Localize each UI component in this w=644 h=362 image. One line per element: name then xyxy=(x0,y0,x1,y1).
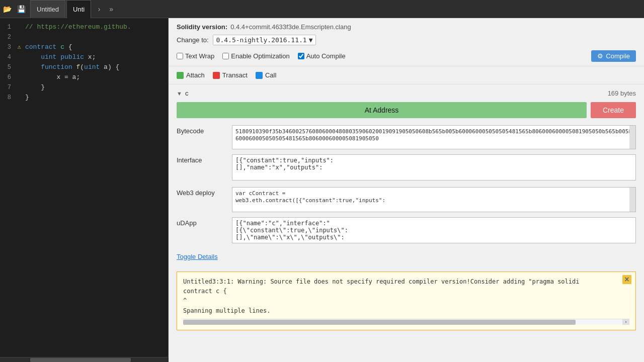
bytecode-value: 5180910390f35b34600257608060004808035906… xyxy=(232,125,636,149)
transact-dot xyxy=(213,72,220,79)
web3-value-wrap: var cContract =web3.eth.contract([{"cons… xyxy=(232,187,636,212)
code-line-2: 2 xyxy=(0,32,168,42)
solidity-version-row: Solidity version: 0.4.4+commit.4633f3de.… xyxy=(177,23,636,31)
version-dropdown-icon: ▼ xyxy=(309,36,313,44)
text-wrap-label: Text Wrap xyxy=(185,52,214,60)
warning-scroll-right[interactable]: › xyxy=(622,319,629,325)
text-wrap-option[interactable]: Text Wrap xyxy=(177,52,214,60)
right-panel: Solidity version: 0.4.4+commit.4633f3de.… xyxy=(169,18,644,362)
open-file-icon[interactable]: 📂 xyxy=(2,4,12,14)
interface-label: Interface xyxy=(177,154,227,164)
editor-scrollbar-thumb xyxy=(30,358,131,362)
version-select[interactable]: 0.4.5-nightly.2016.11.1 ▼ xyxy=(213,35,316,45)
legend-attach: Attach xyxy=(177,71,205,79)
udapp-value-wrap: [{"name":"c","interface":" [{\"constant\… xyxy=(232,217,636,245)
auto-compile-option[interactable]: Auto Compile xyxy=(298,52,346,60)
tab-untitled[interactable]: Untitled xyxy=(30,0,65,18)
web3-scrollbar[interactable] xyxy=(629,188,635,212)
code-line-6: 6 x = a; xyxy=(0,72,168,82)
enable-optimization-option[interactable]: Enable Optimization xyxy=(222,52,289,60)
contract-section: ▼ c 169 bytes At Address Create Bytecode… xyxy=(169,84,644,265)
warning-close-button[interactable]: × xyxy=(622,275,631,284)
create-button[interactable]: Create xyxy=(591,102,636,118)
text-wrap-checkbox[interactable] xyxy=(177,53,183,59)
interface-value-wrap: [{"constant":true,"inputs": [],"name":"x… xyxy=(232,154,636,182)
attach-dot xyxy=(177,72,184,79)
version-select-value: 0.4.5-nightly.2016.11.1 xyxy=(216,36,307,44)
tab-unti[interactable]: Unti xyxy=(66,0,91,18)
udapp-label: uDApp xyxy=(177,217,227,227)
save-file-icon[interactable]: 💾 xyxy=(16,4,26,14)
web3-value: var cContract =web3.eth.contract([{"cons… xyxy=(232,187,636,212)
solidity-version-label: Solidity version: xyxy=(177,23,227,31)
tab-untitled-label: Untitled xyxy=(37,6,59,13)
gear-icon: ⚙ xyxy=(597,52,603,60)
action-buttons: At Address Create xyxy=(177,102,636,118)
code-editor[interactable]: 1 // https://ethereum.github. 2 3 ⚠ cont… xyxy=(0,18,169,357)
toggle-details-link[interactable]: Toggle Details xyxy=(177,253,218,260)
bytes-label: 169 bytes xyxy=(608,89,636,97)
editor-bottom-scrollbar[interactable] xyxy=(0,357,169,362)
contract-name-label: c xyxy=(185,89,189,97)
web3-row: Web3 deploy var cContract =web3.eth.cont… xyxy=(177,187,636,212)
auto-compile-label: Auto Compile xyxy=(306,52,346,60)
attach-label: Attach xyxy=(186,71,205,79)
code-line-4: 4 uint public x; xyxy=(0,52,168,62)
contract-triangle-icon: ▼ xyxy=(177,90,182,97)
legend-row: Attach Transact Call xyxy=(169,66,644,84)
code-line-1: 1 // https://ethereum.github. xyxy=(0,22,168,32)
interface-textarea[interactable]: [{"constant":true,"inputs": [],"name":"x… xyxy=(232,154,636,180)
bytecode-row: Bytecode 5180910390f35b34600257608060004… xyxy=(177,125,636,149)
udapp-textarea[interactable]: [{"name":"c","interface":" [{\"constant\… xyxy=(232,217,636,243)
legend-call: Call xyxy=(256,71,276,79)
editor-icons: 📂 💾 xyxy=(2,4,26,14)
warning-scrollbar-thumb[interactable] xyxy=(183,320,576,325)
bytecode-label: Bytecode xyxy=(177,125,227,135)
solidity-version-value: 0.4.4+commit.4633f3de.Emscripten.clang xyxy=(230,23,351,31)
compile-button-label: Compile xyxy=(606,52,630,60)
code-line-7: 7 } xyxy=(0,82,168,93)
auto-compile-checkbox[interactable] xyxy=(298,53,304,59)
tab-forward-btn[interactable]: › xyxy=(94,4,104,14)
compile-options-row: Text Wrap Enable Optimization Auto Compi… xyxy=(177,50,636,62)
call-label: Call xyxy=(265,71,276,79)
contract-name: ▼ c xyxy=(177,89,188,97)
code-line-5: 5 function f(uint a) { xyxy=(0,62,168,72)
line-3-warning-icon: ⚠ xyxy=(17,42,21,52)
bytecode-scrollbar[interactable] xyxy=(629,126,635,149)
warning-text: Untitled3:3:1: Warning: Source file does… xyxy=(183,277,629,316)
change-to-label: Change to: xyxy=(177,36,209,44)
web3-label: Web3 deploy xyxy=(177,187,227,197)
tab-unti-label: Unti xyxy=(73,6,85,13)
transact-label: Transact xyxy=(222,71,248,79)
main-area: 1 // https://ethereum.github. 2 3 ⚠ cont… xyxy=(0,18,644,362)
code-line-8: 8 } xyxy=(0,93,168,103)
interface-row: Interface [{"constant":true,"inputs": []… xyxy=(177,154,636,182)
enable-optimization-label: Enable Optimization xyxy=(231,52,289,60)
compile-button[interactable]: ⚙ Compile xyxy=(591,50,636,62)
udapp-row: uDApp [{"name":"c","interface":" [{\"con… xyxy=(177,217,636,245)
at-address-button[interactable]: At Address xyxy=(177,102,587,118)
warning-scrollbar: › xyxy=(183,319,629,325)
panel-top: Solidity version: 0.4.4+commit.4633f3de.… xyxy=(169,18,644,66)
call-dot xyxy=(256,72,263,79)
editor-wrapper: 1 // https://ethereum.github. 2 3 ⚠ cont… xyxy=(0,18,169,362)
tab-bar: 📂 💾 Untitled Unti › » xyxy=(0,0,644,18)
code-line-3: 3 ⚠ contract c { xyxy=(0,42,168,52)
contract-header: ▼ c 169 bytes xyxy=(177,89,636,97)
enable-optimization-checkbox[interactable] xyxy=(222,53,229,59)
change-to-row: Change to: 0.4.5-nightly.2016.11.1 ▼ xyxy=(177,35,636,45)
tab-more-btn[interactable]: » xyxy=(106,4,116,14)
legend-transact: Transact xyxy=(213,71,248,79)
warning-box: × Untitled3:3:1: Warning: Source file do… xyxy=(177,272,636,330)
